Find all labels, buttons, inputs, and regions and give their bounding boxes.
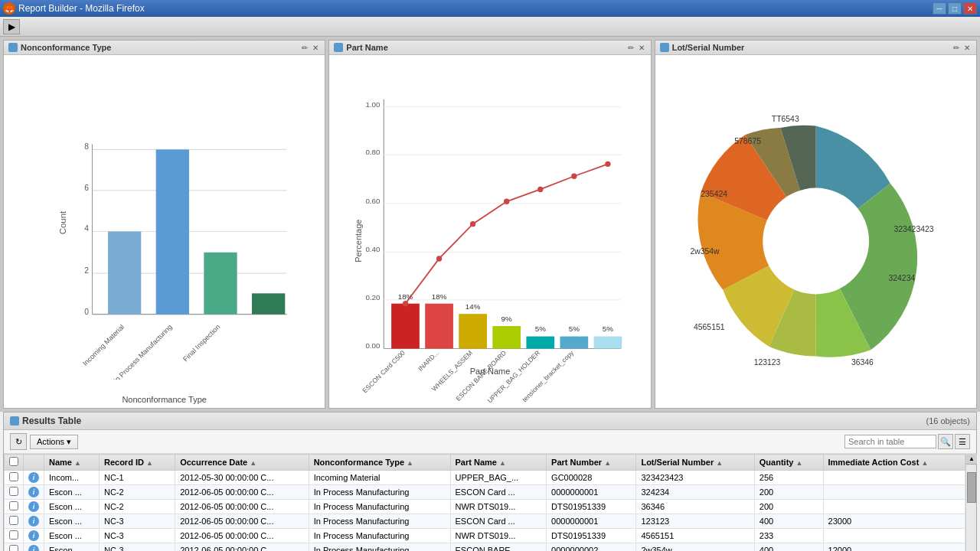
row-part-number: 0000000001 — [547, 485, 636, 500]
row-info-cell[interactable]: i — [24, 471, 44, 485]
search-box: 🔍 ☰ — [844, 434, 970, 449]
window-title: Report Builder - Mozilla Firefox — [18, 3, 933, 14]
row-quantity: 400 — [754, 543, 823, 552]
row-checkbox[interactable] — [9, 530, 18, 540]
row-nc-type: In Process Manufacturing — [309, 543, 450, 552]
row-checkbox-cell[interactable] — [5, 529, 24, 543]
info-icon[interactable]: i — [28, 530, 39, 541]
results-count: (16 objects) — [926, 416, 971, 425]
info-icon[interactable]: i — [28, 516, 39, 527]
row-checkbox-cell[interactable] — [5, 471, 24, 485]
charts-area: Nonconformance Type ✏ ✕ Count 0 2 4 6 8 — [0, 37, 980, 412]
toolbar-nav-button[interactable]: ▶ — [3, 19, 20, 34]
view-button[interactable]: ☰ — [955, 434, 970, 449]
info-icon[interactable]: i — [28, 487, 39, 497]
col-quantity[interactable]: Quantity ▲ — [754, 455, 823, 471]
svg-text:323423423: 323423423 — [893, 226, 933, 234]
row-checkbox[interactable] — [9, 545, 18, 551]
col-cost[interactable]: Immediate Action Cost ▲ — [823, 455, 965, 471]
pareto-chart-svg: Percentage 0.00 0.20 0.40 0.60 0.80 1.00 — [332, 58, 647, 405]
nonconformance-type-header: Nonconformance Type ✏ ✕ — [4, 41, 325, 55]
bar-in-process — [156, 149, 189, 314]
maximize-button[interactable]: □ — [948, 2, 962, 15]
svg-text:123123: 123123 — [753, 358, 780, 367]
row-checkbox-cell[interactable] — [5, 485, 24, 500]
close-button[interactable]: ✕ — [962, 44, 972, 52]
row-checkbox[interactable] — [9, 516, 18, 525]
close-button[interactable]: ✕ — [963, 2, 977, 15]
vertical-scrollbar[interactable]: ▲ ▼ — [965, 454, 976, 551]
row-nc-type: In Process Manufacturing — [309, 514, 450, 529]
close-button[interactable]: ✕ — [311, 44, 320, 52]
dropdown-icon: ▾ — [67, 437, 71, 447]
edit-button[interactable]: ✏ — [626, 44, 635, 52]
row-lot-serial: 4565151 — [636, 529, 754, 543]
row-info-cell[interactable]: i — [24, 485, 44, 500]
row-part-name: UPPER_BAG_... — [450, 471, 547, 485]
row-name: Escon ... — [44, 514, 100, 529]
info-icon[interactable]: i — [28, 472, 39, 483]
col-name[interactable]: Name ▲ — [44, 455, 100, 471]
svg-point-44 — [436, 256, 442, 261]
actions-button[interactable]: Actions ▾ — [30, 435, 78, 449]
row-quantity: 200 — [754, 485, 823, 500]
col-occurrence-date[interactable]: Occurrence Date ▲ — [175, 455, 309, 471]
results-header-left: Results Table — [10, 416, 81, 426]
row-record-id: NC-3 — [99, 529, 175, 543]
edit-button[interactable]: ✏ — [300, 44, 309, 52]
refresh-button[interactable]: ↻ — [10, 433, 27, 450]
row-name: Escon ... — [44, 543, 100, 552]
svg-text:235424: 235424 — [701, 190, 727, 198]
close-button[interactable]: ✕ — [637, 44, 646, 52]
row-checkbox[interactable] — [9, 472, 18, 481]
row-checkbox-cell[interactable] — [5, 500, 24, 514]
scroll-up-button[interactable]: ▲ — [966, 454, 977, 465]
row-quantity: 200 — [754, 500, 823, 514]
col-part-name[interactable]: Part Name ▲ — [450, 455, 547, 471]
row-record-id: NC-2 — [99, 485, 175, 500]
scroll-track[interactable] — [966, 465, 976, 551]
row-info-cell[interactable]: i — [24, 543, 44, 552]
chart-icon — [334, 43, 343, 52]
scroll-thumb[interactable] — [967, 472, 976, 503]
svg-rect-33 — [459, 314, 488, 348]
row-info-cell[interactable]: i — [24, 500, 44, 514]
svg-text:324234: 324234 — [888, 274, 915, 282]
table-row: i Escon ... NC-3 2012-06-05 00:00:00 C..… — [5, 529, 965, 543]
col-record-id[interactable]: Record ID ▲ — [99, 455, 175, 471]
svg-text:8: 8 — [84, 142, 89, 151]
svg-point-47 — [537, 187, 543, 192]
results-count-value: 16 objects — [929, 416, 967, 425]
row-info-cell[interactable]: i — [24, 529, 44, 543]
results-table-wrapper[interactable]: Name ▲ Record ID ▲ Occurrence Date ▲ Non… — [4, 454, 965, 551]
select-all-checkbox[interactable] — [9, 457, 18, 466]
edit-button[interactable]: ✏ — [952, 44, 961, 52]
row-checkbox-cell[interactable] — [5, 543, 24, 552]
row-checkbox[interactable] — [9, 501, 18, 510]
part-name-header: Part Name ✏ ✕ — [329, 41, 650, 55]
row-part-number: 0000000001 — [547, 514, 636, 529]
row-name: Escon ... — [44, 500, 100, 514]
row-name: Escon ... — [44, 485, 100, 500]
search-input[interactable] — [844, 435, 936, 448]
search-button[interactable]: 🔍 — [938, 434, 953, 449]
minimize-button[interactable]: ─ — [933, 2, 946, 15]
col-lot-serial[interactable]: Lot/Serial Number ▲ — [636, 455, 754, 471]
col-part-number[interactable]: Part Number ▲ — [547, 455, 636, 471]
col-nc-type[interactable]: Nonconformance Type ▲ — [309, 455, 450, 471]
svg-text:578675: 578675 — [734, 137, 761, 145]
row-part-name: NWR DTS019... — [450, 529, 547, 543]
row-info-cell[interactable]: i — [24, 514, 44, 529]
row-checkbox-cell[interactable] — [5, 514, 24, 529]
svg-text:0.60: 0.60 — [366, 197, 381, 205]
svg-text:Incoming Material: Incoming Material — [81, 323, 126, 367]
table-container: Name ▲ Record ID ▲ Occurrence Date ▲ Non… — [4, 454, 976, 551]
info-icon[interactable]: i — [28, 545, 39, 551]
row-record-id: NC-3 — [99, 514, 175, 529]
svg-text:5%: 5% — [569, 325, 580, 334]
info-icon[interactable]: i — [28, 501, 39, 512]
col-checkbox[interactable] — [5, 455, 24, 471]
row-cost: 23000 — [823, 514, 965, 529]
row-checkbox[interactable] — [9, 487, 18, 496]
nonconformance-type-panel: Nonconformance Type ✏ ✕ Count 0 2 4 6 8 — [3, 40, 325, 409]
